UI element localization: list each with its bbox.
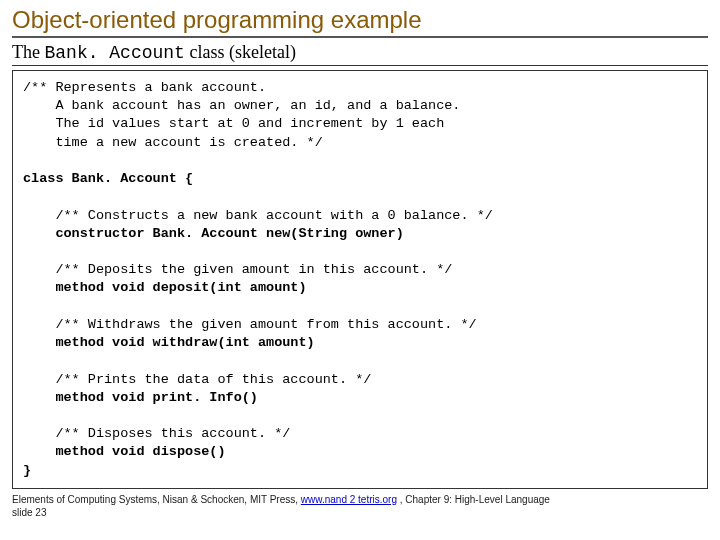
withdraw-signature: method void withdraw(int amount): [23, 335, 315, 350]
withdraw-doc: /** Withdraws the given amount from this…: [23, 317, 477, 332]
doc-comment-line: The id values start at 0 and increment b…: [23, 116, 444, 131]
doc-comment-line: A bank account has an owner, an id, and …: [23, 98, 460, 113]
dispose-signature: method void dispose(): [23, 444, 226, 459]
constructor-doc: /** Constructs a new bank account with a…: [23, 208, 493, 223]
code-block: /** Represents a bank account. A bank ac…: [12, 70, 708, 489]
slide-footer: Elements of Computing Systems, Nisan & S…: [12, 493, 708, 519]
deposit-signature: method void deposit(int amount): [23, 280, 307, 295]
deposit-doc: /** Deposits the given amount in this ac…: [23, 262, 452, 277]
class-declaration: class Bank. Account {: [23, 171, 193, 186]
slide-number: slide 23: [12, 507, 46, 518]
printinfo-doc: /** Prints the data of this account. */: [23, 372, 371, 387]
subtitle-classname: Bank. Account: [44, 43, 184, 63]
constructor-signature: constructor Bank. Account new(String own…: [23, 226, 404, 241]
subtitle-prefix: The: [12, 42, 44, 62]
footer-text-after: , Chapter 9: High-Level Language: [397, 494, 550, 505]
footer-text-before: Elements of Computing Systems, Nisan & S…: [12, 494, 301, 505]
class-close: }: [23, 463, 31, 478]
doc-comment-line: time a new account is created. */: [23, 135, 323, 150]
slide-title: Object-oriented programming example: [12, 6, 708, 38]
doc-comment-line: /** Represents a bank account.: [23, 80, 266, 95]
subtitle-suffix: class (skeletal): [185, 42, 296, 62]
slide-subtitle: The Bank. Account class (skeletal): [12, 42, 708, 66]
printinfo-signature: method void print. Info(): [23, 390, 258, 405]
dispose-doc: /** Disposes this account. */: [23, 426, 290, 441]
footer-link[interactable]: www.nand 2 tetris.org: [301, 494, 397, 505]
